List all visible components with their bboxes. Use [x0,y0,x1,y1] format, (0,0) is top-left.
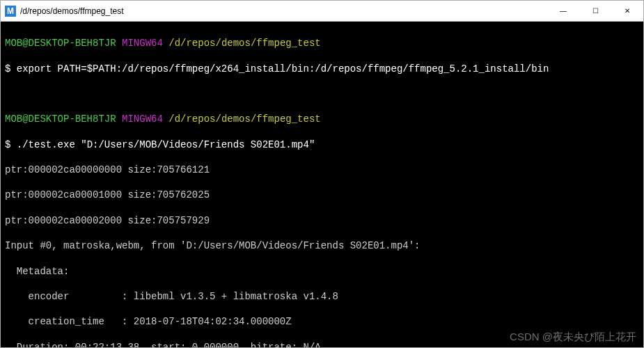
prompt-path: /d/repos/demos/ffmpeg_test [168,38,320,49]
prompt-path: /d/repos/demos/ffmpeg_test [168,113,320,125]
command-line: $ export PATH=$PATH:/d/repos/ffmpeg/x264… [5,63,639,75]
prompt-symbol: $ [5,139,10,150]
maximize-button[interactable]: ☐ [579,1,611,21]
prompt-user-host: MOB@DESKTOP-BEH8TJR [5,38,116,49]
output-line: ptr:000002ca00000000 size:705766121 [5,164,639,176]
terminal-area[interactable]: MOB@DESKTOP-BEH8TJR MINGW64 /d/repos/dem… [1,22,643,347]
output-line: Input #0, matroska,webm, from 'D:/Users/… [5,239,639,252]
watermark-text: CSDN @夜未央び陌上花开 [510,330,636,344]
output-line: encoder : libebml v1.3.5 + libmatroska v… [5,290,639,303]
output-line: creation_time : 2018-07-18T04:02:34.0000… [5,315,639,328]
prompt-env: MINGW64 [122,113,163,125]
command-text: export PATH=$PATH:/d/repos/ffmpeg/x264_i… [17,63,549,74]
app-icon: M [5,6,16,17]
output-line: ptr:000002ca00001000 size:705762025 [5,189,639,201]
window-title: /d/repos/demos/ffmpeg_test [20,6,547,16]
window-controls: — ☐ ✕ [547,1,643,21]
output-line: Metadata: [5,265,639,278]
prompt-symbol: $ [5,63,10,74]
prompt-line: MOB@DESKTOP-BEH8TJR MINGW64 /d/repos/dem… [5,37,639,49]
prompt-env: MINGW64 [122,38,163,49]
prompt-line: MOB@DESKTOP-BEH8TJR MINGW64 /d/repos/dem… [5,113,639,125]
title-bar: M /d/repos/demos/ffmpeg_test — ☐ ✕ [1,1,643,22]
close-button[interactable]: ✕ [611,1,643,21]
command-line: $ ./test.exe "D:/Users/MOB/Videos/Friend… [5,139,639,151]
command-text: ./test.exe "D:/Users/MOB/Videos/Friends … [17,139,315,150]
output-line: ptr:000002ca00002000 size:705757929 [5,214,639,227]
prompt-user-host: MOB@DESKTOP-BEH8TJR [5,113,116,125]
minimize-button[interactable]: — [547,1,579,21]
blank-line [5,88,639,100]
